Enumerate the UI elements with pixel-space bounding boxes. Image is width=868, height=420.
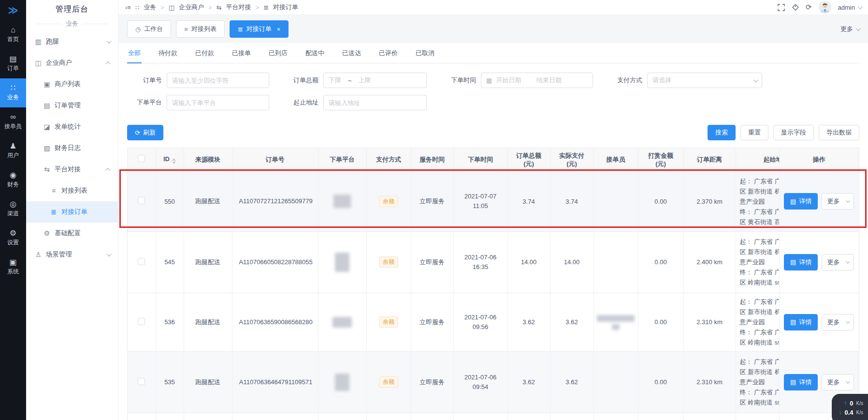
tab-workbench[interactable]: ◷ 工作台 — [127, 20, 171, 38]
table-row-545[interactable]: 545 跑腿配送 A11070660508228788055 余额 立即服务 2… — [128, 231, 859, 293]
sidebar-item-enterprise-merchant[interactable]: ◫ 企业商户 — [26, 52, 118, 74]
select-all-checkbox[interactable] — [138, 155, 145, 162]
tab-dock-list[interactable]: ≡ 对接列表 — [176, 20, 225, 38]
clock-icon: ◷ — [135, 26, 141, 33]
avatar[interactable] — [819, 1, 831, 14]
status-tab-paid[interactable]: 已付款 — [194, 49, 215, 63]
rail-item-courier[interactable]: ∞ 接单员 — [0, 107, 26, 136]
col-address: 起始地址 — [736, 148, 779, 171]
rail-item-finance[interactable]: ◉ 财务 — [0, 165, 26, 195]
refresh-icon: ⟳ — [135, 129, 140, 136]
col-module: 来源模块 — [184, 148, 232, 171]
more-button[interactable]: 更多 — [822, 254, 854, 270]
col-platform: 下单平台 — [318, 148, 366, 171]
order-total-range-input[interactable]: 下限 ~ 上限 — [323, 73, 427, 88]
sort-icon[interactable] — [172, 158, 176, 164]
row-checkbox[interactable] — [138, 197, 145, 204]
sidebar-item-dock-list[interactable]: ≡ 对接列表 — [26, 180, 118, 201]
more-button[interactable]: 更多 — [822, 314, 854, 330]
show-fields-button[interactable]: 显示字段 — [773, 125, 814, 140]
breadcrumb-item-business[interactable]: 业务 — [144, 3, 156, 12]
stats-icon: ◪ — [43, 123, 51, 131]
sidebar-item-paotui[interactable]: ▥ 跑腿 — [26, 31, 118, 52]
refresh-icon[interactable]: ⟳ — [806, 3, 812, 12]
more-button[interactable]: 更多 — [822, 193, 854, 210]
status-tab-unpaid[interactable]: 待付款 — [158, 49, 178, 63]
redacted-platform — [335, 374, 349, 391]
rail-item-settings[interactable]: ⚙ 设置 — [0, 224, 26, 253]
pay-method-badge: 余额 — [379, 196, 398, 207]
scene-icon: ♙ — [34, 251, 43, 258]
breadcrumb-item-platform-dock[interactable]: 平台对接 — [226, 3, 251, 12]
table-row-536[interactable]: 536 跑腿配送 A11070636590086568280 余额 立即服务 2… — [128, 293, 859, 351]
sidebar-item-dispatch-stats[interactable]: ◪ 发单统计 — [26, 116, 118, 137]
status-tab-delivering[interactable]: 配送中 — [304, 49, 325, 63]
tabs-more-dropdown[interactable]: 更多 — [840, 25, 859, 33]
platform-input[interactable] — [167, 95, 269, 110]
reset-button[interactable]: 重置 — [740, 125, 768, 140]
rail-item-orders[interactable]: ▤ 订单 — [0, 49, 26, 78]
app-logo-icon[interactable]: ≫ — [0, 0, 26, 20]
sidebar-item-dock-orders[interactable]: ≣ 对接订单 — [26, 201, 118, 223]
detail-button[interactable]: ▤详情 — [784, 314, 818, 330]
rail-item-channel[interactable]: ◎ 渠道 — [0, 195, 26, 224]
status-tab-cancelled[interactable]: 已取消 — [415, 49, 435, 63]
breadcrumb: ‹≡ ∷ 业务 > ◫ 企业商户 > ⇆ 平台对接 > ≣ 对接订单 — [125, 3, 298, 12]
col-order-no: 订单号 — [232, 148, 318, 171]
col-id[interactable]: ID — [156, 148, 184, 171]
pay-method-badge: 余额 — [379, 256, 398, 268]
rail-item-users[interactable]: ♟ 用户 — [0, 136, 26, 165]
tab-dock-orders[interactable]: ≣ 对接订单 × — [230, 20, 289, 38]
breadcrumb-item-dock-orders[interactable]: 对接订单 — [273, 3, 298, 12]
address-input[interactable] — [323, 95, 427, 110]
collapse-menu-icon[interactable]: ‹≡ — [125, 4, 131, 11]
paotui-icon: ▥ — [34, 38, 43, 45]
row-checkbox[interactable] — [138, 318, 145, 325]
breadcrumb-item-merchant[interactable]: 企业商户 — [179, 3, 204, 12]
sidebar-item-finance-log[interactable]: ▨ 财务日志 — [26, 137, 118, 159]
export-button[interactable]: 导出数据 — [819, 125, 859, 140]
detail-button[interactable]: ▤详情 — [784, 374, 818, 390]
status-tab-reviewed[interactable]: 已评价 — [378, 49, 399, 63]
rail-item-system[interactable]: ▣ 系统 — [0, 253, 26, 282]
chevron-down-icon — [858, 4, 863, 9]
pay-method-badge: 余额 — [379, 376, 398, 388]
detail-button[interactable]: ▤详情 — [784, 254, 818, 270]
sidebar-item-base-config[interactable]: ⚙ 基础配置 — [26, 223, 118, 244]
rail-item-business[interactable]: ∷ 业务 — [0, 78, 26, 107]
status-tab-all[interactable]: 全部 — [127, 49, 142, 63]
status-tab-arrived[interactable]: 已到店 — [268, 49, 289, 63]
refresh-button[interactable]: ⟳ 刷新 — [127, 125, 163, 140]
redacted-courier — [612, 324, 620, 330]
merchant-list-icon: ▣ — [43, 80, 51, 88]
theme-tag-icon[interactable] — [792, 4, 799, 11]
fullscreen-icon[interactable] — [778, 4, 785, 11]
more-button[interactable]: 更多 — [822, 374, 854, 390]
order-time-range-picker[interactable]: ▦ 开始日期 结束日期 — [481, 73, 593, 88]
col-pay: 支付方式 — [366, 148, 411, 171]
status-tab-accepted[interactable]: 已接单 — [231, 49, 252, 63]
table-row-550[interactable]: 550 跑腿配送 A11070727121265509779 余额 立即服务 2… — [128, 171, 859, 231]
rail-item-home[interactable]: ⌂ 首页 — [0, 20, 26, 49]
close-icon[interactable]: × — [277, 26, 281, 33]
user-menu[interactable]: admin — [838, 4, 861, 11]
sidebar-item-merchant-list[interactable]: ▣ 商户列表 — [26, 74, 118, 95]
upload-arrow-icon: ↑ — [844, 399, 847, 408]
sidebar-item-scene-management[interactable]: ♙ 场景管理 — [26, 244, 118, 265]
status-tab-delivered[interactable]: 已送达 — [341, 49, 362, 63]
order-no-input[interactable] — [167, 73, 269, 88]
chevron-down-icon — [107, 252, 112, 256]
courier-icon: ∞ — [10, 113, 15, 121]
dock-list-icon: ≡ — [49, 187, 58, 195]
row-checkbox[interactable] — [138, 378, 145, 385]
row-checkbox[interactable] — [138, 258, 145, 265]
sidebar-item-order-management[interactable]: ▤ 订单管理 — [26, 95, 118, 116]
sidebar-item-platform-dock[interactable]: ⇆ 平台对接 — [26, 159, 118, 180]
business-grid-icon: ∷ — [11, 84, 15, 92]
chevron-down-icon — [846, 379, 850, 383]
merchant-icon: ◫ — [169, 4, 174, 11]
table-row-535[interactable]: 535 跑腿配送 A11070636464791109571 余额 立即服务 2… — [128, 351, 859, 413]
detail-button[interactable]: ▤详情 — [784, 193, 818, 210]
search-button[interactable]: 搜索 — [708, 125, 736, 140]
pay-method-select[interactable]: 请选择 — [647, 73, 762, 88]
